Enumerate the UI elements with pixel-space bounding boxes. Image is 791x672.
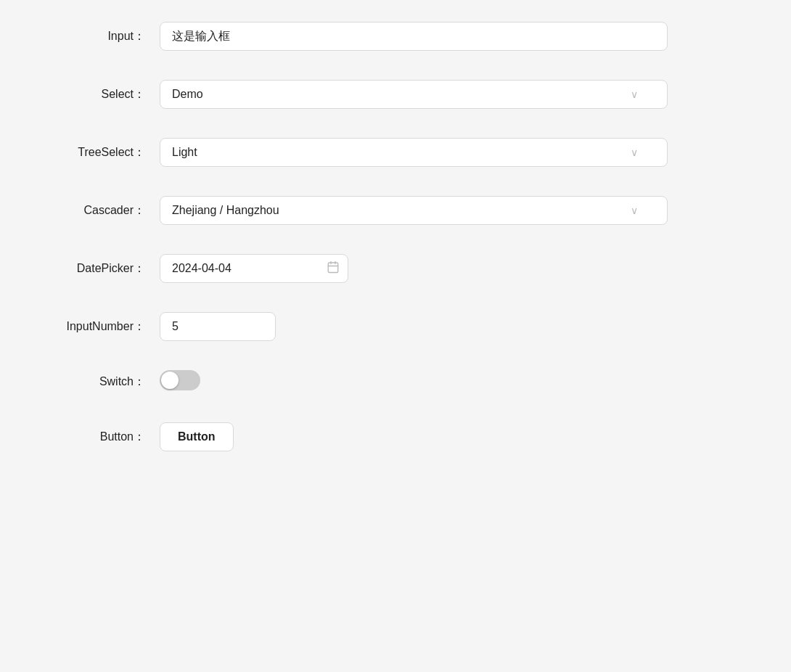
number-input[interactable] — [160, 312, 276, 341]
switch-row: Switch： — [15, 370, 776, 393]
switch-control-wrap — [160, 370, 668, 393]
cascader-value: Zhejiang / Hangzhou — [172, 204, 279, 217]
chevron-down-icon: ∨ — [631, 89, 638, 100]
select-dropdown[interactable]: Demo ∨ — [160, 80, 668, 109]
select-row: Select： Demo ∨ — [15, 80, 776, 109]
cascader-chevron-icon: ∨ — [631, 205, 638, 216]
cascader-dropdown[interactable]: Zhejiang / Hangzhou ∨ — [160, 196, 668, 225]
select-label: Select： — [15, 87, 160, 102]
datepicker-wrapper — [160, 254, 348, 283]
cascader-label: Cascader： — [15, 203, 160, 218]
treeselect-dropdown[interactable]: Light ∨ — [160, 138, 668, 167]
select-wrapper: Demo ∨ — [160, 80, 668, 109]
button-control-wrap: Button — [160, 422, 668, 451]
button-row: Button： Button — [15, 422, 776, 451]
datepicker-row: DatePicker： — [15, 254, 776, 283]
treeselect-label: TreeSelect： — [15, 145, 160, 160]
datepicker-label: DatePicker： — [15, 261, 160, 276]
cascader-wrapper: Zhejiang / Hangzhou ∨ — [160, 196, 668, 225]
switch-container — [160, 370, 200, 390]
inputnumber-row: InputNumber： — [15, 312, 776, 341]
datepicker-input[interactable] — [160, 254, 348, 283]
datepicker-control-wrap — [160, 254, 668, 283]
treeselect-chevron-icon: ∨ — [631, 147, 638, 158]
inputnumber-label: InputNumber： — [15, 319, 160, 335]
inputnumber-control-wrap — [160, 312, 668, 341]
cascader-control-wrap: Zhejiang / Hangzhou ∨ — [160, 196, 668, 225]
input-control-wrap — [160, 22, 668, 51]
input-label: Input： — [15, 29, 160, 44]
text-input[interactable] — [160, 22, 668, 51]
form-container: Input： Select： Demo ∨ TreeSelect： Light … — [15, 22, 776, 480]
input-row: Input： — [15, 22, 776, 51]
treeselect-row: TreeSelect： Light ∨ — [15, 138, 776, 167]
select-control-wrap: Demo ∨ — [160, 80, 668, 109]
treeselect-value: Light — [172, 146, 197, 159]
treeselect-wrapper: Light ∨ — [160, 138, 668, 167]
select-value: Demo — [172, 88, 203, 101]
submit-button[interactable]: Button — [160, 422, 234, 451]
button-label: Button： — [15, 430, 160, 445]
switch-label: Switch： — [15, 374, 160, 390]
switch-thumb — [161, 372, 179, 389]
treeselect-control-wrap: Light ∨ — [160, 138, 668, 167]
cascader-row: Cascader： Zhejiang / Hangzhou ∨ — [15, 196, 776, 225]
switch-toggle[interactable] — [160, 370, 200, 390]
